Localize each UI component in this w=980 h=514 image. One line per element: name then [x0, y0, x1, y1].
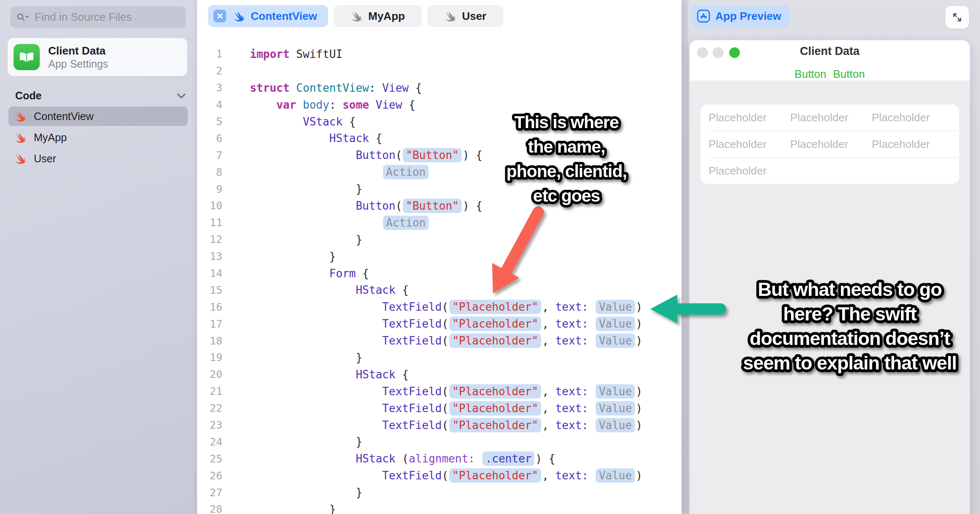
app-preview-label: App Preview: [715, 10, 781, 23]
tab-myapp[interactable]: MyApp: [334, 5, 422, 27]
preview-button-row: Button Button: [690, 68, 970, 81]
preview-app-title: Client Data: [690, 45, 970, 58]
swift-icon: [233, 10, 246, 22]
code-text: TextField("Placeholder", text: Value): [250, 401, 642, 416]
line-number: 14: [197, 267, 222, 279]
code-line: 1import SwiftUI: [197, 46, 682, 63]
code-text: Button("Button") {: [250, 199, 482, 213]
search-field[interactable]: [10, 6, 186, 28]
line-number: 6: [197, 132, 222, 145]
preview-form: Placeholder Placeholder Placeholder Plac…: [701, 104, 959, 184]
textfield-placeholder[interactable]: Placeholder: [872, 111, 959, 124]
tab-label: User: [462, 10, 487, 23]
line-number: 1: [197, 48, 222, 60]
search-input[interactable]: [35, 11, 180, 24]
code-section-header[interactable]: Code: [15, 90, 186, 102]
close-tab-icon[interactable]: ✕: [214, 10, 226, 22]
code-line: 23 TextField("Placeholder", text: Value): [197, 417, 682, 434]
code-line: 22 TextField("Placeholder", text: Value): [197, 400, 682, 417]
line-number: 2: [197, 65, 222, 77]
code-line: 5 VStack {: [197, 113, 682, 130]
code-text: struct ContentView: View {: [250, 82, 422, 94]
sidebar-item-label: User: [34, 153, 56, 165]
code-line: 9 }: [197, 180, 682, 197]
code-line: 12 }: [197, 231, 682, 248]
app-subtitle: App Settings: [48, 57, 108, 70]
code-text: TextField("Placeholder", text: Value): [250, 317, 642, 331]
line-number: 10: [197, 200, 222, 212]
code-line: 28 }: [197, 501, 682, 514]
textfield-placeholder[interactable]: Placeholder: [709, 138, 790, 151]
code-line: 4 var body: some View {: [197, 96, 682, 113]
code-line: 20 HStack {: [197, 366, 682, 383]
line-number: 26: [197, 470, 222, 482]
tab-user[interactable]: User: [427, 5, 504, 27]
line-number: 13: [197, 250, 222, 262]
code-editor[interactable]: ✕ ContentView MyApp User 1import SwiftUI…: [197, 0, 682, 514]
line-number: 11: [197, 216, 222, 229]
tab-contentview[interactable]: ✕ ContentView: [208, 5, 328, 27]
code-text: TextField("Placeholder", text: Value): [250, 334, 642, 348]
code-line: 7 Button("Button") {: [197, 147, 682, 164]
code-line: 6 HStack {: [197, 130, 682, 147]
line-number: 18: [197, 335, 222, 347]
textfield-placeholder[interactable]: Placeholder: [790, 138, 872, 151]
textfield-placeholder[interactable]: Placeholder: [709, 111, 790, 124]
line-number: 15: [197, 284, 222, 296]
preview-button[interactable]: Button: [794, 68, 826, 81]
sidebar-item-label: ContentView: [34, 110, 93, 123]
code-text: var body: some View {: [250, 98, 415, 111]
code-line: 27 }: [197, 484, 682, 501]
code-text: Form {: [250, 267, 369, 280]
textfield-placeholder[interactable]: Placeholder: [872, 138, 959, 151]
expand-preview-button[interactable]: [945, 6, 969, 29]
code-line: 14 Form {: [197, 265, 682, 282]
expand-icon: [951, 11, 964, 24]
code-text: }: [250, 250, 336, 263]
code-text: Button("Button") {: [250, 148, 482, 162]
code-text: import SwiftUI: [250, 48, 342, 60]
sidebar: Client Data App Settings Code ContentVie…: [0, 0, 197, 514]
code-line: 16 TextField("Placeholder", text: Value): [197, 298, 682, 315]
code-line: 13 }: [197, 248, 682, 265]
sidebar-item-user[interactable]: User: [8, 149, 188, 168]
swift-icon: [444, 10, 457, 22]
swift-file-icon: [14, 152, 27, 165]
sidebar-item-contentview[interactable]: ContentView: [8, 107, 188, 126]
code-line: 8 Action: [197, 164, 682, 180]
line-number: 21: [197, 385, 222, 397]
form-row: Placeholder: [701, 158, 959, 184]
app-book-icon: [14, 44, 40, 70]
preview-window-header: Client Data Button Button: [690, 40, 970, 81]
app-preview-badge[interactable]: App Preview: [691, 5, 790, 27]
preview-form-background: Placeholder Placeholder Placeholder Plac…: [690, 82, 970, 514]
textfield-placeholder[interactable]: Placeholder: [709, 164, 790, 178]
code-line: 17 TextField("Placeholder", text: Value): [197, 315, 682, 332]
swift-playgrounds-window: Client Data App Settings Code ContentVie…: [0, 0, 980, 514]
form-row: Placeholder Placeholder Placeholder: [701, 104, 959, 131]
code-text: }: [250, 351, 362, 364]
code-text: HStack {: [250, 284, 409, 296]
preview-button[interactable]: Button: [833, 68, 865, 81]
chevron-down-icon[interactable]: [177, 93, 186, 99]
code-line: 3struct ContentView: View {: [197, 79, 682, 96]
line-number: 24: [197, 436, 222, 448]
tab-label: ContentView: [251, 10, 317, 23]
line-number: 3: [197, 82, 222, 94]
line-number: 9: [197, 183, 222, 195]
textfield-placeholder[interactable]: Placeholder: [790, 111, 872, 124]
code-section-label: Code: [15, 90, 42, 102]
swift-file-icon: [14, 131, 27, 144]
app-card[interactable]: Client Data App Settings: [8, 38, 187, 76]
line-number: 28: [197, 503, 222, 514]
code-text: TextField("Placeholder", text: Value): [250, 300, 642, 314]
sidebar-item-myapp[interactable]: MyApp: [8, 128, 188, 147]
code-line: 2: [197, 63, 682, 79]
line-number: 27: [197, 487, 222, 499]
code-line: 21 TextField("Placeholder", text: Value): [197, 383, 682, 400]
sidebar-item-label: MyApp: [34, 131, 67, 144]
code-text: }: [250, 233, 362, 246]
code-text: VStack {: [250, 115, 356, 128]
line-number: 17: [197, 318, 222, 330]
code-line: 26 TextField("Placeholder", text: Value): [197, 467, 682, 484]
